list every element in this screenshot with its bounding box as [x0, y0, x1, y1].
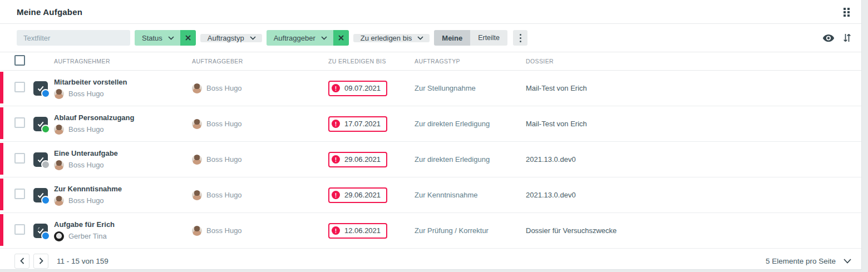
toggle-meine-button[interactable]: Meine	[434, 30, 470, 46]
status-dot-icon	[41, 196, 50, 205]
prev-page-button[interactable]	[14, 254, 29, 269]
due-date-badge: 09.07.2021	[328, 81, 387, 96]
table-row[interactable]: Zur Kennntisnahme Boss Hugo Boss Hugo 29…	[0, 177, 861, 213]
client-name: Boss Hugo	[206, 155, 242, 164]
dossier-value: 2021.13.0.dev0	[526, 155, 861, 164]
visibility-eye-button[interactable]	[822, 34, 835, 42]
row-checkbox[interactable]	[14, 153, 25, 164]
filter-toolbar: Status Auftragstyp Auftraggeber Zu erled…	[0, 24, 861, 52]
chevron-left-icon	[20, 258, 24, 264]
overdue-alert-icon	[332, 120, 340, 128]
overdue-alert-icon	[332, 191, 340, 199]
chevron-down-icon	[844, 259, 851, 264]
table-header-row: AUFTRAGNEHMER AUFTRAGGEBER ZU ERLEDIGEN …	[0, 52, 861, 71]
toolbar-right-icons	[822, 33, 852, 43]
drag-grid-icon[interactable]	[839, 4, 854, 19]
assignee-name: Boss Hugo	[68, 161, 104, 169]
due-date-badge: 12.06.2021	[328, 223, 387, 239]
x-icon	[338, 34, 344, 41]
row-checkbox[interactable]	[14, 82, 25, 92]
sort-arrows-icon	[843, 33, 851, 43]
task-title[interactable]: Ablauf Personalzugang	[54, 113, 192, 122]
auftragstyp-value: Zur Prüfung / Korrektur	[415, 226, 526, 235]
auftragstyp-filter-label: Auftragstyp	[208, 34, 244, 42]
chevron-down-icon	[321, 36, 327, 40]
pagination-range: 11 - 15 von 159	[57, 257, 108, 265]
toggle-erteilte-button[interactable]: Erteilte	[470, 30, 507, 46]
status-filter-label: Status	[142, 34, 162, 42]
assignee-avatar	[54, 231, 64, 241]
task-title[interactable]: Mitarbeiter vorstellen	[54, 78, 192, 86]
auftragstyp-filter-chip[interactable]: Auftragstyp	[200, 34, 262, 42]
dossier-value: Mail-Test von Erich	[526, 120, 861, 128]
task-check-icon	[33, 152, 48, 167]
status-dot-icon	[41, 89, 50, 98]
assignee-name: Boss Hugo	[68, 90, 104, 98]
task-check-icon	[33, 224, 48, 238]
dossier-value: Dossier für Versuchszwecke	[526, 226, 861, 235]
due-date-filter-label: Zu erledigen bis	[361, 34, 412, 42]
column-header-auftragnehmer[interactable]: AUFTRAGNEHMER	[54, 58, 192, 65]
overdue-alert-icon	[332, 226, 340, 235]
status-dot-icon	[41, 125, 50, 133]
next-page-button[interactable]	[33, 254, 48, 269]
page-size-select[interactable]: 5 Elemente pro Seite	[766, 257, 851, 265]
due-date: 29.06.2021	[344, 191, 381, 199]
sort-button[interactable]	[843, 33, 851, 43]
overdue-alert-icon	[332, 84, 340, 92]
auftraggeber-filter-label: Auftraggeber	[274, 34, 315, 42]
panel-titlebar: Meine Aufgaben	[0, 0, 861, 24]
due-date-filter-chip[interactable]: Zu erledigen bis	[353, 34, 430, 42]
column-header-auftraggeber[interactable]: AUFTRAGGEBER	[192, 58, 328, 65]
table-row[interactable]: Aufgabe für Erich Gerber Tina Boss Hugo …	[0, 213, 861, 249]
x-icon	[185, 34, 191, 41]
task-check-icon	[33, 81, 48, 96]
status-filter: Status	[135, 30, 196, 46]
due-date-badge: 29.06.2021	[328, 187, 387, 203]
due-date: 09.07.2021	[344, 84, 381, 92]
row-checkbox[interactable]	[14, 117, 25, 128]
assignee-avatar	[54, 125, 64, 135]
client-name: Boss Hugo	[206, 226, 242, 235]
assignee-avatar	[54, 196, 64, 206]
status-filter-clear-button[interactable]	[180, 30, 196, 46]
task-title[interactable]: Eine Unteraufgabe	[54, 149, 192, 157]
client-avatar	[192, 155, 202, 165]
chevron-down-icon	[250, 36, 256, 40]
auftragstyp-value: Zur direkten Erledigung	[415, 120, 526, 128]
assignee-name: Boss Hugo	[68, 196, 104, 205]
auftragstyp-value: Zur Stellungnahme	[415, 84, 526, 92]
due-date: 12.06.2021	[344, 226, 381, 235]
table-row[interactable]: Eine Unteraufgabe Boss Hugo Boss Hugo 29…	[0, 142, 861, 177]
assignee-avatar	[54, 160, 64, 170]
row-checkbox[interactable]	[14, 189, 25, 199]
more-options-button[interactable]	[513, 30, 527, 46]
page-size-label: 5 Elemente pro Seite	[766, 257, 836, 265]
select-all-checkbox[interactable]	[14, 55, 25, 66]
client-name: Boss Hugo	[206, 84, 242, 92]
status-filter-chip[interactable]: Status	[135, 30, 180, 46]
dossier-value: Mail-Test von Erich	[526, 84, 861, 92]
column-header-zu-erledigen-bis[interactable]: ZU ERLEDIGEN BIS	[328, 58, 415, 65]
client-avatar	[192, 190, 202, 200]
task-title[interactable]: Aufgabe für Erich	[54, 220, 192, 229]
task-title[interactable]: Zur Kennntisnahme	[54, 185, 192, 193]
mine-granted-toggle: Meine Erteilte	[434, 30, 507, 46]
page-title: Meine Aufgaben	[17, 7, 82, 17]
client-name: Boss Hugo	[206, 120, 242, 128]
column-header-dossier[interactable]: DOSSIER	[526, 58, 861, 65]
overdue-alert-icon	[332, 155, 340, 164]
column-header-auftragstyp[interactable]: AUFTRAGSTYP	[415, 58, 526, 65]
chevron-down-icon	[168, 36, 174, 40]
status-dot-icon	[41, 160, 50, 169]
auftraggeber-filter-clear-button[interactable]	[333, 30, 349, 46]
auftragstyp-value: Zur direkten Erledigung	[415, 155, 526, 164]
table-row[interactable]: Ablauf Personalzugang Boss Hugo Boss Hug…	[0, 106, 861, 142]
text-filter-input[interactable]	[17, 30, 130, 46]
eye-icon	[822, 34, 835, 42]
client-avatar	[192, 119, 202, 129]
row-checkbox[interactable]	[14, 224, 25, 235]
table-row[interactable]: Mitarbeiter vorstellen Boss Hugo Boss Hu…	[0, 71, 861, 106]
task-check-icon	[33, 188, 48, 202]
auftraggeber-filter-chip[interactable]: Auftraggeber	[267, 30, 333, 46]
